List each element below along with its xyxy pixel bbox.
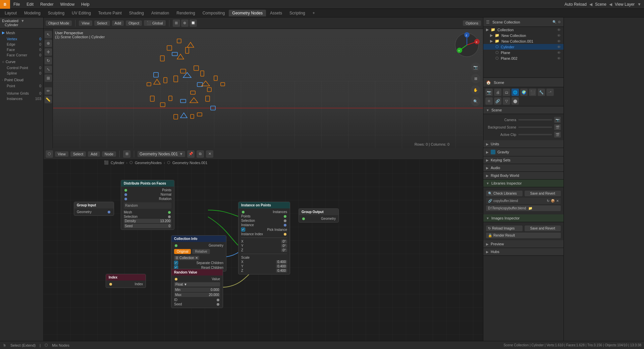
gravity-toggle[interactable] <box>491 150 495 154</box>
physics-props-btn[interactable]: ⚛ <box>485 97 493 105</box>
menu-render[interactable]: Render <box>37 1 57 7</box>
original-btn[interactable]: Original <box>174 249 191 254</box>
hand-btn[interactable]: ✋ <box>471 85 480 95</box>
tab-geometry-nodes[interactable]: Geometry Nodes <box>229 10 266 16</box>
viewport-canvas[interactable]: User Perspective (1) Scene Collection | … <box>53 29 483 148</box>
node-distribute-points[interactable]: Distribute Points on Faces Points Normal… <box>121 180 174 230</box>
inst-in-socket[interactable] <box>284 224 286 227</box>
tab-texture-paint[interactable]: Texture Paint <box>95 10 125 16</box>
geometry-output-socket[interactable] <box>108 211 110 213</box>
tab-rendering[interactable]: Rendering <box>173 10 198 16</box>
breadcrumb-geonodes-001[interactable]: Geometry Nodes.001 <box>172 161 208 165</box>
scene-props-btn active[interactable]: 🌐 <box>512 89 519 96</box>
keying-section-header[interactable]: ▶ Keying Sets <box>483 156 564 164</box>
outliner-settings-btn[interactable]: ⚙ <box>558 20 561 24</box>
browse-icon[interactable]: 📁 <box>528 206 532 210</box>
scene-label[interactable]: Scene <box>595 2 606 7</box>
tab-plus[interactable]: + <box>309 10 318 16</box>
node-grid-btn[interactable]: ⊞ <box>123 150 130 158</box>
breadcrumb-geonodes[interactable]: GeometryNodes <box>135 161 162 165</box>
bg-scene-value[interactable] <box>518 127 552 128</box>
geo-out-socket[interactable] <box>175 244 177 247</box>
eye-icon-nc1[interactable]: 👁 <box>557 39 561 43</box>
view-layer-label[interactable]: View Layer <box>615 2 635 7</box>
overlay-btn[interactable]: ⊞ <box>173 19 180 27</box>
nav-gizmo[interactable]: X Y Z <box>453 32 480 58</box>
object-mode-btn[interactable]: Object Mode <box>46 20 72 26</box>
modifier-props-btn[interactable]: 🔧 <box>538 89 545 96</box>
eye-icon-pl[interactable]: 👁 <box>557 51 561 55</box>
rotate-tool[interactable]: ↻ <box>45 57 52 64</box>
bg-scene-btn[interactable]: 🎬 <box>554 124 561 130</box>
data-props-btn[interactable]: ▽ <box>503 97 510 105</box>
annotate-tool[interactable]: ✏ <box>45 87 52 95</box>
camera-value[interactable] <box>518 119 552 120</box>
mesh-in-socket[interactable] <box>168 211 171 214</box>
rigid-body-section-header[interactable]: ▶ Rigid Body World <box>483 172 564 180</box>
node-pin-btn[interactable]: 📌 <box>187 150 195 158</box>
outliner-item-collection[interactable]: ▶ 📁 Collection 👁 <box>483 27 564 33</box>
select-menu[interactable]: Select <box>94 20 110 26</box>
normal-out-socket[interactable] <box>124 193 127 196</box>
tab-shading[interactable]: Shading <box>126 10 147 16</box>
outliner-filter-btn[interactable]: 🔍 <box>552 20 556 24</box>
move-tool[interactable]: ✛ <box>45 48 52 56</box>
menu-help[interactable]: Help <box>78 1 93 7</box>
tab-compositing[interactable]: Compositing <box>199 10 228 16</box>
node-instance-on-points[interactable]: Instance on Points Instances Points Sele… <box>238 202 290 275</box>
points-out-socket[interactable] <box>124 189 127 192</box>
outliner-item-plane[interactable]: ⬡ Plane 👁 <box>483 50 564 55</box>
outliner-item-new-collection[interactable]: ▶ 📁 New Collection 👁 <box>483 33 564 38</box>
node-add-menu[interactable]: Add <box>88 151 100 157</box>
snap-btn[interactable]: 🔲 <box>190 19 197 27</box>
menu-edit[interactable]: Edit <box>23 1 37 7</box>
node-random-value[interactable]: Random Value Value Float ▼ Min 0.000 Max… <box>171 269 223 308</box>
node-group-input[interactable]: Group Input Geometry <box>74 202 114 216</box>
images-inspector-header[interactable]: ▼ Images Inspector <box>483 214 564 222</box>
auto-reload-label[interactable]: Auto Reload <box>565 2 587 7</box>
gizmo-btn[interactable]: ⊕ <box>181 19 189 27</box>
node-index[interactable]: Index Index <box>106 274 146 288</box>
measure-tool[interactable]: 📏 <box>45 96 52 103</box>
viewport-3d[interactable]: Object Mode View Select Add Object ⬛ Glo… <box>44 17 483 148</box>
scene-section-header[interactable]: ▼ Scene <box>483 106 564 114</box>
view-layer-props-btn[interactable]: 🗂 <box>503 89 510 96</box>
preview-section-header[interactable]: ▶ Preview <box>483 240 564 248</box>
node-canvas[interactable]: Group Input Geometry Distribute Points o… <box>44 160 483 341</box>
outliner-item-plane-002[interactable]: ⬡ Plane.002 👁 <box>483 55 564 61</box>
sel-in-socket[interactable] <box>284 219 286 222</box>
eye-icon-cyl[interactable]: 👁 <box>557 45 561 49</box>
tab-scripting[interactable]: Scripting <box>286 10 309 16</box>
node-close-btn[interactable]: ✕ <box>206 150 213 158</box>
add-menu[interactable]: Add <box>112 20 124 26</box>
unlink-icon[interactable]: ✕ <box>556 199 559 203</box>
active-clip-value[interactable] <box>518 134 552 135</box>
inst-idx-in-socket[interactable] <box>284 233 286 236</box>
reload-images-btn[interactable]: ↻Reload Images <box>486 226 523 231</box>
node-view-menu[interactable]: View <box>55 151 68 157</box>
particles-props-btn[interactable]: ·⁺ <box>546 89 554 96</box>
gravity-section-header[interactable]: ▶ Gravity <box>483 148 564 156</box>
eye-icon-nc[interactable]: 👁 <box>557 34 561 38</box>
collection-field[interactable]: ☰Collection✕ <box>174 256 199 260</box>
tab-sculpting[interactable]: Sculpting <box>45 10 68 16</box>
output-props-btn[interactable]: 🖨 <box>494 89 501 96</box>
view-menu[interactable]: View <box>79 20 92 26</box>
separate-children-checkbox[interactable]: ✓ <box>174 261 178 265</box>
float-selector[interactable]: Float ▼ <box>174 282 220 287</box>
node-node-menu[interactable]: Node <box>102 151 116 157</box>
reload-icon[interactable]: ↻ <box>547 199 549 203</box>
rotation-out-socket[interactable] <box>124 198 127 200</box>
node-select-menu[interactable]: Select <box>70 151 86 157</box>
pick-instance-checkbox[interactable]: ✓ <box>241 228 245 232</box>
save-revert2-btn[interactable]: Save and Revert <box>525 226 561 231</box>
node-group-output[interactable]: Group Output Geometry <box>299 208 339 222</box>
cursor-tool[interactable]: ⊕ <box>45 40 52 47</box>
tab-assets[interactable]: Assets <box>267 10 285 16</box>
node-editor[interactable]: ⬡ View Select Add Node ⊞ Geometry Nodes.… <box>44 148 483 341</box>
object-props-btn[interactable]: ⬛ <box>529 89 536 96</box>
relative-btn[interactable]: Relative <box>192 249 210 254</box>
transform-tool[interactable]: ⊞ <box>45 74 52 82</box>
options-btn[interactable]: Options <box>463 20 481 26</box>
scale-tool[interactable]: ⤡ <box>45 66 52 73</box>
